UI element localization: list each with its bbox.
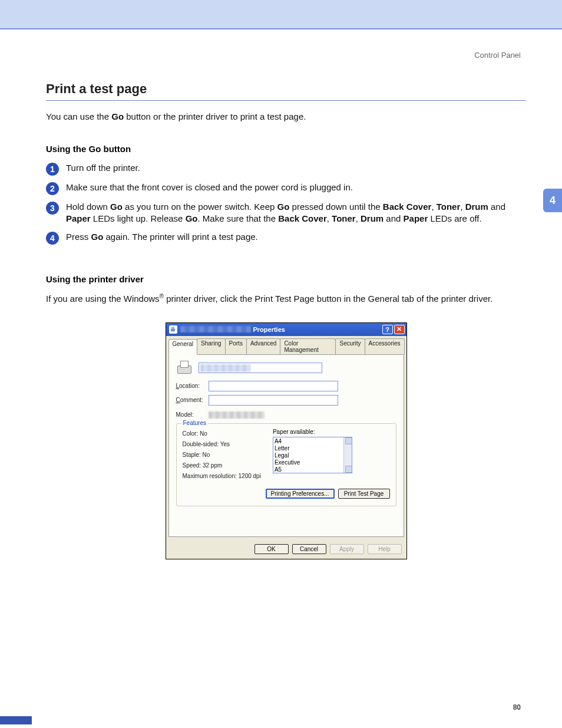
titlebar-help-button[interactable]: ? — [382, 325, 393, 334]
printing-preferences-button[interactable]: Printing Preferences... — [266, 489, 335, 499]
t: printer driver, click the Print Test Pag… — [164, 294, 492, 304]
t: . Make sure that the — [197, 213, 278, 223]
features-group: Features Color: No Double-sided: Yes Sta… — [176, 423, 396, 506]
t: Press — [66, 232, 91, 242]
tab-panel-general: Location: Comment: Model: Features — [168, 354, 404, 537]
steps-list: 1 Turn off the printer. 2 Make sure that… — [46, 162, 526, 245]
redacted-model-value — [209, 411, 265, 419]
paper-item: A4 — [275, 438, 351, 445]
apply-button[interactable]: Apply — [330, 544, 364, 554]
page-top-bar — [0, 0, 562, 29]
feature-speed: Speed: 32 ppm — [183, 460, 261, 471]
t: , — [431, 202, 436, 212]
t: again. The printer will print a test pag… — [103, 232, 257, 242]
t: pressed down until the — [289, 202, 382, 212]
subheading-printer-driver: Using the printer driver — [46, 274, 526, 284]
tb: Paper — [66, 213, 91, 223]
location-input[interactable] — [209, 381, 338, 391]
tb: Toner — [437, 202, 461, 212]
page-content: Print a test page You can use the Go but… — [46, 81, 526, 559]
step-3: 3 Hold down Go as you turn on the power … — [46, 201, 526, 225]
t: LEDs are off. — [428, 213, 481, 223]
tab-accessories[interactable]: Accessories — [365, 338, 405, 354]
paper-available-list[interactable]: A4 Letter Legal Executive A5 A5 Long Edg… — [273, 437, 352, 473]
printer-icon: 🖶 — [169, 325, 177, 334]
tb: Drum — [361, 213, 384, 223]
tab-advanced[interactable]: Advanced — [246, 338, 280, 354]
text-bold: Go — [111, 111, 124, 121]
feature-max-resolution: Maximum resolution: 1200 dpi — [183, 471, 261, 482]
tb: Go — [277, 202, 290, 212]
page-number: 80 — [513, 703, 521, 711]
chapter-side-tab[interactable]: 4 — [543, 189, 562, 212]
printer-name-row — [176, 361, 396, 375]
t: Hold down — [66, 202, 110, 212]
dialog-footer: OK Cancel Apply Help — [166, 539, 406, 559]
tab-sharing[interactable]: Sharing — [197, 338, 225, 354]
tab-security[interactable]: Security — [335, 338, 365, 354]
dialog-wrapper: 🖶 Properties ? ✕ General Sharing Ports A… — [46, 322, 526, 559]
features-left-column: Color: No Double-sided: Yes Staple: No S… — [183, 429, 261, 482]
paper-item: Legal — [275, 452, 351, 459]
tb: Back Cover — [278, 213, 327, 223]
driver-paragraph: If you are using the Windows® printer dr… — [46, 292, 526, 305]
features-columns: Color: No Double-sided: Yes Staple: No S… — [183, 429, 390, 482]
step-text: Make sure that the front cover is closed… — [66, 182, 353, 193]
text: button or the printer driver to print a … — [124, 111, 306, 121]
step-number-badge: 1 — [46, 163, 59, 176]
t: LEDs light up. Release — [91, 213, 186, 223]
printer-name-field[interactable] — [199, 363, 322, 373]
paper-available-label: Paper available: — [273, 429, 390, 435]
comment-input[interactable] — [209, 395, 338, 406]
tb: Go — [186, 213, 198, 223]
step-1: 1 Turn off the printer. — [46, 162, 526, 176]
redacted-title-text — [180, 326, 251, 332]
titlebar-close-button[interactable]: ✕ — [394, 325, 405, 334]
redacted-value — [200, 364, 250, 372]
scrollbar[interactable] — [343, 437, 352, 473]
tb: Paper — [404, 213, 428, 223]
t: , — [356, 213, 361, 223]
printer-glyph-icon — [176, 361, 193, 375]
paper-item: Executive — [275, 459, 351, 466]
tab-color-management[interactable]: Color Management — [280, 338, 336, 354]
page-header-label: Control Panel — [474, 51, 521, 60]
features-legend: Features — [181, 420, 208, 426]
tb: Go — [91, 232, 104, 242]
registered-mark: ® — [160, 293, 164, 299]
comment-row: Comment: — [176, 395, 396, 406]
intro-paragraph: You can use the Go button or the printer… — [46, 111, 526, 121]
t: , — [460, 202, 465, 212]
tb: Drum — [465, 202, 488, 212]
features-button-row: Printing Preferences... Print Test Page — [183, 489, 390, 499]
print-test-page-button[interactable]: Print Test Page — [338, 489, 390, 499]
tab-ports[interactable]: Ports — [225, 338, 247, 354]
cancel-button[interactable]: Cancel — [292, 544, 326, 554]
subheading-go-button: Using the Go button — [46, 144, 526, 154]
tb: Go — [110, 202, 123, 212]
step-4: 4 Press Go again. The printer will print… — [46, 231, 526, 245]
section-printer-driver: Using the printer driver If you are usin… — [46, 274, 526, 559]
help-button[interactable]: Help — [368, 544, 402, 554]
comment-label: Comment: — [176, 397, 209, 403]
t: ocation: — [179, 383, 200, 389]
t: If you are using the Windows — [46, 294, 160, 304]
t: and — [384, 213, 403, 223]
model-row: Model: — [176, 411, 396, 419]
step-number-badge: 4 — [46, 232, 59, 245]
page-title: Print a test page — [46, 81, 526, 101]
tab-general[interactable]: General — [168, 339, 198, 355]
properties-dialog: 🖶 Properties ? ✕ General Sharing Ports A… — [166, 322, 407, 559]
model-label: Model: — [176, 411, 209, 418]
feature-staple: Staple: No — [183, 450, 261, 460]
tb: Back Cover — [383, 202, 432, 212]
step-text: Turn off the printer. — [66, 162, 140, 174]
paper-item: A5 — [275, 466, 351, 473]
t: and — [488, 202, 505, 212]
dialog-titlebar[interactable]: 🖶 Properties ? ✕ — [166, 323, 406, 336]
ok-button[interactable]: OK — [254, 544, 289, 554]
dialog-title: Properties — [253, 326, 285, 333]
tb: Toner — [332, 213, 356, 223]
features-right-column: Paper available: A4 Letter Legal Executi… — [273, 429, 390, 482]
t: , — [327, 213, 332, 223]
